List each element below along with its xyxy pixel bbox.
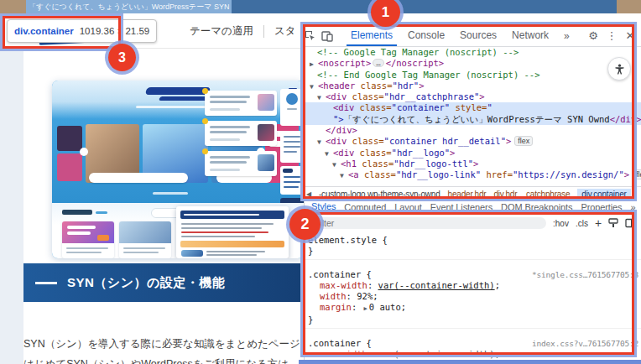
demo-section-title [62, 210, 92, 215]
paragraph-line-2: はじめてSYN（シン）やWordPressをご利用になる方は、 [23, 354, 313, 364]
heading-dash [35, 282, 57, 284]
demo-article-card [119, 221, 171, 258]
styles-more-tabs[interactable]: » [631, 202, 636, 212]
css-rule[interactable]: .container {*single.css…761567705:3max-w… [305, 268, 641, 329]
breadcrumb-item[interactable]: div.container [577, 189, 630, 200]
breadcrumb-item[interactable]: header.hdr [448, 190, 487, 199]
annotation-circle-3: 3 [108, 44, 136, 71]
tab-sources[interactable]: Sources [452, 25, 504, 46]
demo-section-sub [96, 211, 107, 214]
devtools-tabs: ElementsConsoleSourcesNetwork [343, 25, 556, 46]
demo-rank-card [205, 151, 277, 176]
tree-line[interactable]: ▼<a class="hdr__logo-link" href="https:/… [305, 169, 641, 180]
annotation-bottom-bar [299, 360, 641, 364]
tree-line[interactable]: <div class="container" style=" [305, 102, 641, 113]
demo-logo [145, 87, 211, 95]
stylesheet-source-link[interactable]: index.css?v…761567705:2 [532, 338, 638, 349]
tree-line[interactable]: ▼<div class="container hdr__detail">flex [305, 136, 641, 147]
inspect-icon[interactable] [305, 30, 321, 42]
demo-dots [153, 192, 188, 195]
margin-highlight-left [0, 0, 26, 13]
more-tabs-button[interactable]: » [556, 26, 577, 46]
nav-item-start[interactable]: スタ [274, 24, 296, 39]
toggle-class-button[interactable]: .cls [576, 219, 588, 228]
tree-line[interactable]: <!-- End Google Tag Manager (noscript) -… [305, 70, 641, 81]
demo-thumb [57, 153, 82, 181]
devtools-panel: ElementsConsoleSourcesNetwork » ⚙ ⋮ ✕ <!… [304, 25, 641, 364]
demo-thumb [57, 126, 82, 151]
styles-tab-properties[interactable]: Properties [581, 202, 622, 212]
styles-tab-dom-breakpoints[interactable]: DOM Breakpoints [501, 202, 572, 212]
tree-line[interactable]: ▶<noscript>…</noscript> [305, 58, 641, 69]
menu-dots-icon[interactable]: ⋮ [603, 29, 620, 42]
demo-side-card [280, 166, 304, 195]
section-heading-band: SYN（シン）の設定・機能 [23, 263, 305, 302]
breadcrumb-item[interactable]: div.hdr__catchphrase [493, 190, 570, 199]
elements-tree: <!-- Google Tag Manager (noscript) -->▶<… [305, 47, 641, 186]
close-icon[interactable]: ✕ [622, 29, 638, 42]
css-rule[interactable]: element.style {} [305, 233, 641, 260]
toggle-sidebar-icon[interactable] [625, 218, 635, 228]
annotation-circle-2: 2 [289, 209, 320, 240]
catchphrase-text: 「すぐにつくれて、ちょうどいい」WordPressテーマ SYN Ownd [29, 3, 232, 11]
inspected-element-highlight-bar: 「すぐにつくれて、ちょうどいい」WordPressテーマ SYN Ownd [0, 0, 641, 13]
chevron-left-icon[interactable]: ◀ [306, 190, 311, 198]
tree-line[interactable]: ">「すぐにつくれて、ちょうどいい」WordPressテーマ SYN Ownd<… [305, 114, 641, 125]
breadcrumb-item[interactable]: -custom-logo.wp-theme-syn-ownd [319, 190, 440, 199]
paragraph-line-1: SYN（シン）を導入する際に必要な知識をまとめたページで [23, 334, 313, 354]
hero-demo-screenshot [52, 81, 304, 258]
css-rules-pane: element.style {}.container {*single.css…… [305, 233, 641, 364]
tab-console[interactable]: Console [400, 25, 452, 46]
filter-input[interactable] [308, 217, 546, 229]
demo-side-card [280, 131, 304, 163]
styles-filter-row: :hov .cls + [305, 216, 641, 231]
tab-network[interactable]: Network [504, 25, 556, 46]
demo-caption [89, 173, 188, 183]
stylesheet-source-link[interactable]: *single.css…761567705:3 [532, 269, 638, 280]
section-heading-text: SYN（シン）の設定・機能 [67, 275, 225, 291]
margin-highlight-right [617, 0, 641, 13]
device-toolbar-icon[interactable] [321, 30, 338, 42]
styles-tab-styles[interactable]: Styles [311, 201, 336, 213]
tree-line[interactable]: </div> [305, 125, 641, 136]
tree-line[interactable]: <!-- Google Tag Manager (noscript) --> [305, 47, 641, 58]
breadcrumb: ◀ -custom-logo.wp-theme-syn-owndheader.h… [305, 186, 641, 200]
nav-divider [263, 25, 264, 38]
page-left-gutter [0, 48, 23, 364]
demo-profile-card [280, 89, 304, 126]
demo-article-card [62, 221, 114, 258]
tooltip-selector: div.container [14, 26, 74, 36]
tooltip-dimensions: 1019.36 × 21.59 [80, 26, 149, 36]
tree-line[interactable]: ▼<div class="hdr__logo"> [305, 148, 641, 159]
devtools-toolbar: ElementsConsoleSourcesNetwork » ⚙ ⋮ ✕ [305, 25, 641, 47]
inspect-tooltip: div.container 1019.36 × 21.59 [7, 19, 157, 43]
demo-floating-article [176, 206, 289, 258]
settings-icon[interactable]: ⚙ [585, 29, 602, 42]
styles-tab-event-listeners[interactable]: Event Listeners [430, 202, 492, 212]
demo-arrow-left [80, 148, 88, 156]
nav-item-theme[interactable]: テーマの適用 [190, 24, 253, 39]
accessibility-icon[interactable] [607, 57, 631, 81]
tab-elements[interactable]: Elements [343, 25, 400, 46]
styles-tab-computed[interactable]: Computed [344, 202, 386, 212]
tree-line[interactable]: ▼<div class="hdr__catchphrase"> [305, 91, 641, 102]
toggle-hover-state-button[interactable]: :hov [553, 219, 569, 228]
styles-sidebar-tabs: StylesComputedLayoutEvent ListenersDOM B… [305, 200, 641, 214]
tree-line[interactable]: ▼<h1 class="hdr__logo-ttl"> [305, 159, 641, 169]
body-paragraph: SYN（シン）を導入する際に必要な知識をまとめたページで はじめてSYN（シン）… [23, 334, 313, 364]
font-editor-icon[interactable] [608, 218, 618, 228]
site-nav: テーマの適用 スタ [190, 22, 295, 40]
tree-line[interactable]: ▼<header class="hdr"> [305, 81, 641, 91]
content-highlight: 「すぐにつくれて、ちょうどいい」WordPressテーマ SYN Ownd [26, 0, 232, 13]
demo-logo-2 [159, 96, 209, 101]
demo-rank-card [205, 91, 277, 116]
styles-tab-layout[interactable]: Layout [394, 202, 421, 212]
new-style-rule-button[interactable]: + [595, 216, 602, 230]
demo-rank-card [205, 121, 277, 146]
